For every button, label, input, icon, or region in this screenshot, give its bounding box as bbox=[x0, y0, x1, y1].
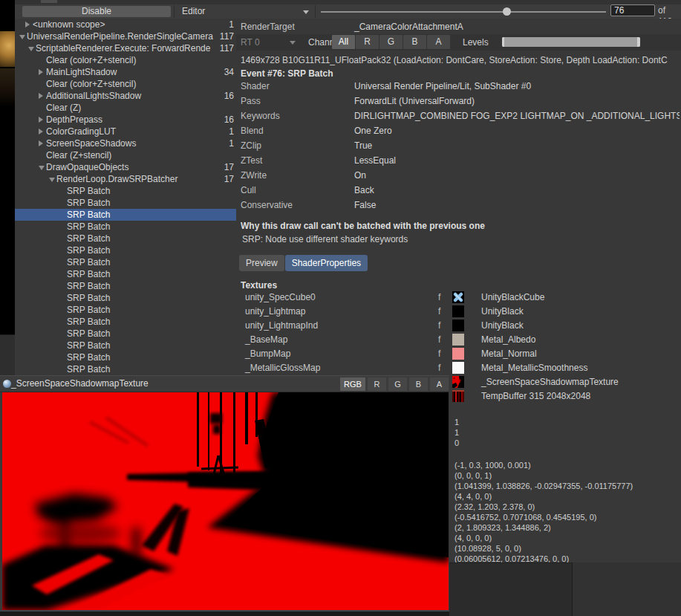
state-value: DIRLIGHTMAP_COMBINED FOG_EXP2 LIGHTMAP_O… bbox=[354, 108, 680, 123]
foldout-closed-icon[interactable] bbox=[39, 129, 43, 134]
texture-row[interactable]: _BumpMapfMetal_Normal bbox=[236, 347, 681, 361]
preview-channel-button-r[interactable]: R bbox=[368, 377, 386, 391]
channel-button-r[interactable]: R bbox=[356, 35, 379, 49]
tree-row[interactable]: SRP Batch bbox=[15, 304, 236, 316]
tab-shaderproperties[interactable]: ShaderProperties bbox=[285, 255, 368, 271]
frame-slider-track[interactable] bbox=[321, 11, 606, 13]
tree-row[interactable]: ScreenSpaceShadows1 bbox=[15, 137, 236, 149]
texture-thumbnail-icon[interactable] bbox=[452, 348, 464, 360]
frame-number-input[interactable]: 76 bbox=[610, 4, 655, 16]
tree-row[interactable]: DrawOpaqueObjects17 bbox=[15, 161, 236, 173]
chevron-down-icon bbox=[303, 10, 309, 14]
tree-row-label: SRP Batch bbox=[67, 233, 217, 244]
texture-asset-name: _ScreenSpaceShadowmapTexture bbox=[481, 375, 619, 389]
tree-row[interactable]: ColorGradingLUT1 bbox=[15, 126, 236, 137]
tree-row[interactable]: SRP Batch bbox=[15, 340, 236, 351]
foldout-closed-icon[interactable] bbox=[39, 140, 43, 146]
frame-slider-thumb[interactable] bbox=[503, 7, 511, 16]
tree-row[interactable]: MainLightShadow34 bbox=[15, 66, 236, 78]
texture-thumbnail-icon[interactable] bbox=[452, 376, 464, 388]
texture-thumbnail-icon[interactable] bbox=[452, 305, 464, 317]
texture-property-name: _MetallicGlossMap bbox=[245, 361, 320, 375]
tree-row[interactable]: SRP Batch bbox=[15, 328, 236, 340]
tree-row[interactable]: ScriptableRenderer.Execute: ForwardRende… bbox=[15, 42, 236, 54]
tree-row[interactable]: SRP Batch bbox=[15, 256, 236, 268]
levels-range-slider[interactable] bbox=[502, 37, 640, 47]
texture-row[interactable]: unity_LightmapfUnityBlack bbox=[236, 305, 681, 319]
tree-row[interactable]: Clear (color+Z+stencil) bbox=[15, 54, 236, 66]
tree-row[interactable]: SRP Batch bbox=[15, 280, 236, 292]
tree-row[interactable]: Clear (color+Z+stencil) bbox=[15, 78, 236, 90]
foldout-open-icon[interactable] bbox=[49, 178, 55, 182]
tree-row-label: SRP Batch bbox=[67, 316, 217, 328]
texture-asset-name: Metal_Normal bbox=[481, 347, 537, 361]
texture-thumbnail-icon[interactable] bbox=[452, 390, 464, 402]
disable-button[interactable]: Disable bbox=[22, 6, 171, 17]
tab-preview[interactable]: Preview bbox=[239, 255, 284, 271]
tree-row[interactable]: SRP Batch bbox=[15, 233, 236, 244]
texture-thumbnail-icon[interactable] bbox=[452, 362, 464, 374]
detail-tabs: PreviewShaderProperties bbox=[239, 255, 368, 271]
preview-titlebar[interactable]: _ScreenSpaceShadowmapTexture RGBRGBA bbox=[0, 376, 449, 392]
tree-row-label: DrawOpaqueObjects bbox=[46, 161, 217, 173]
foldout-closed-icon[interactable] bbox=[39, 93, 43, 99]
shader-state-row: BlendOne Zero bbox=[236, 123, 681, 138]
vector-value: (2.32, 1.203, 2.378, 0) bbox=[454, 502, 677, 512]
tree-row[interactable]: UniversalRenderPipeline.RenderSingleCame… bbox=[15, 30, 236, 42]
texture-type-flag: f bbox=[438, 319, 440, 333]
vector-value: (2, 1.809323, 1.344886, 2) bbox=[454, 522, 677, 533]
shadowmap-preview-image bbox=[2, 392, 449, 610]
tree-row[interactable]: SRP Batch bbox=[15, 209, 236, 221]
tree-row[interactable]: RenderLoop.DrawSRPBatcher17 bbox=[15, 173, 236, 185]
tree-row[interactable]: SRP Batch bbox=[15, 221, 236, 233]
tree-row[interactable]: <unknown scope>1 bbox=[15, 19, 236, 30]
preview-channel-button-g[interactable]: G bbox=[388, 377, 407, 391]
target-selector-dropdown[interactable]: Editor bbox=[176, 6, 313, 17]
channel-button-all[interactable]: All bbox=[332, 35, 355, 49]
texture-row[interactable]: unity_LightmapIndfUnityBlack bbox=[236, 319, 681, 333]
tree-row[interactable]: SRP Batch bbox=[15, 197, 236, 209]
channel-button-b[interactable]: B bbox=[403, 35, 426, 49]
foldout-closed-icon[interactable] bbox=[39, 69, 43, 75]
tree-row[interactable]: SRP Batch bbox=[15, 363, 236, 375]
texture-asset-name: Metal_MetallicSmoothness bbox=[481, 361, 587, 375]
tree-row[interactable]: SRP Batch bbox=[15, 292, 236, 304]
tree-row-label: SRP Batch bbox=[67, 221, 217, 233]
foldout-closed-icon[interactable] bbox=[25, 22, 30, 27]
texture-row[interactable]: unity_SpecCube0fUnityBlackCube bbox=[236, 291, 681, 305]
texture-thumbnail-icon[interactable] bbox=[452, 334, 464, 346]
target-selector-label: Editor bbox=[182, 6, 205, 17]
shader-state-row: KeywordsDIRLIGHTMAP_COMBINED FOG_EXP2 LI… bbox=[236, 108, 681, 123]
state-label: ZWrite bbox=[241, 168, 267, 183]
tree-row[interactable]: AdditionalLightsShadow16 bbox=[15, 90, 236, 102]
preview-channel-button-a[interactable]: A bbox=[430, 377, 449, 391]
frame-slider[interactable] bbox=[321, 4, 606, 19]
texture-thumbnail-icon[interactable] bbox=[452, 291, 464, 303]
tree-row[interactable]: SRP Batch bbox=[15, 316, 236, 328]
foldout-open-icon[interactable] bbox=[28, 47, 34, 51]
tree-row[interactable]: SRP Batch bbox=[15, 244, 236, 256]
tree-row[interactable]: Clear (Z+stencil) bbox=[15, 149, 236, 161]
window-bottom-edge bbox=[0, 611, 449, 616]
channel-button-a[interactable]: A bbox=[427, 35, 450, 49]
tree-row[interactable]: DepthPrepass16 bbox=[15, 114, 236, 126]
tree-row[interactable]: SRP Batch bbox=[15, 268, 236, 280]
tree-row-count: 34 bbox=[224, 66, 234, 78]
texture-thumbnail-icon[interactable] bbox=[452, 320, 464, 331]
rt-index-dropdown[interactable]: RT 0 bbox=[241, 34, 300, 51]
foldout-open-icon[interactable] bbox=[39, 166, 45, 170]
tree-row[interactable]: SRP Batch bbox=[15, 351, 236, 363]
shader-state-row: ZWriteOn bbox=[236, 168, 681, 183]
foldout-open-icon[interactable] bbox=[19, 35, 25, 39]
preview-channel-button-rgb[interactable]: RGB bbox=[340, 377, 365, 391]
texture-row[interactable]: _BaseMapfMetal_Albedo bbox=[236, 333, 681, 347]
state-label: ZTest bbox=[241, 153, 262, 168]
tree-row[interactable]: Clear (Z) bbox=[15, 102, 236, 114]
texture-row[interactable]: _MetallicGlossMapfMetal_MetallicSmoothne… bbox=[236, 361, 681, 375]
channel-button-g[interactable]: G bbox=[379, 35, 403, 49]
float-value: 1 bbox=[454, 417, 677, 427]
preview-channel-button-b[interactable]: B bbox=[409, 377, 428, 391]
tree-row[interactable]: SRP Batch bbox=[15, 185, 236, 197]
preview-window-bottom-border bbox=[0, 610, 449, 612]
foldout-closed-icon[interactable] bbox=[39, 117, 43, 123]
